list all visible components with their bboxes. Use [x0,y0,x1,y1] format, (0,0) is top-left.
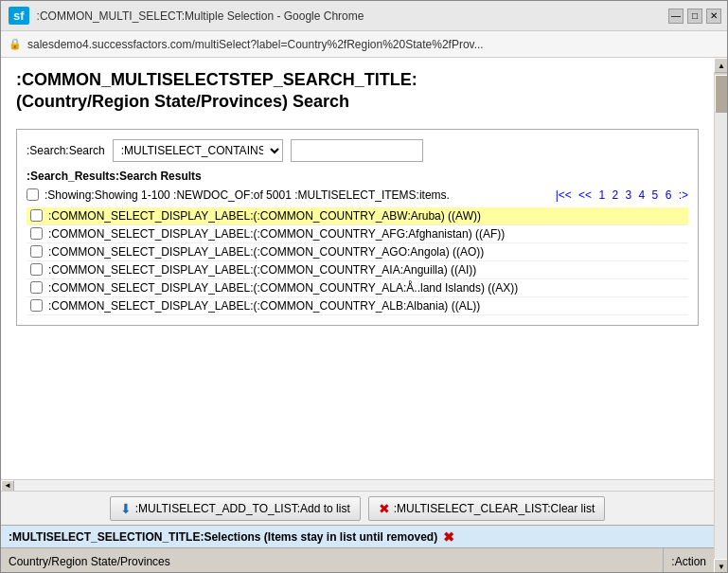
add-to-list-button[interactable]: ⬇ :MULTISELECT_ADD_TO_LIST:Add to list [110,496,361,521]
result-checkbox-angola[interactable] [30,245,43,258]
page-first-link[interactable]: |<< [556,188,572,202]
page-4[interactable]: 4 [639,188,646,202]
page-1[interactable]: 1 [598,188,605,202]
pagination[interactable]: |<< << 1 2 3 4 5 6 [556,188,688,202]
title-bar: sf :COMMON_MULTI_SELECT:Multiple Selecti… [1,1,728,31]
result-item: :COMMON_SELECT_DISPLAY_LABEL:(:COMMON_CO… [27,261,688,279]
result-checkbox-aruba[interactable] [30,209,43,222]
result-text-aland: :COMMON_SELECT_DISPLAY_LABEL:(:COMMON_CO… [48,281,518,295]
result-text-albania: :COMMON_SELECT_DISPLAY_LABEL:(:COMMON_CO… [48,299,480,313]
page-6[interactable]: 6 [666,188,672,202]
page-3[interactable]: 3 [626,188,632,202]
search-contains-select[interactable]: :MULTISELECT_CONTAINS:Contains [113,139,283,162]
status-text: Country/Region State/Provinces [1,555,663,568]
scroll-up-button[interactable]: ▲ [714,58,728,73]
address-text: salesdemo4.successfactors.com/multiSelec… [27,38,484,51]
add-icon: ⬇ [120,501,132,516]
result-item: :COMMON_SELECT_DISPLAY_LABEL:(:COMMON_CO… [27,243,688,261]
content-area: :COMMON_MULTISELECTSTEP_SEARCH_TITLE:(Co… [1,58,714,479]
status-bar: Country/Region State/Provinces :Action [1,547,714,573]
page-title: :COMMON_MULTISELECTSTEP_SEARCH_TITLE:(Co… [16,69,699,114]
search-label: :Search:Search [27,144,105,157]
page-prev-link[interactable]: << [578,188,592,202]
showing-text: :Showing:Showing 1-100 :NEWDOC_OF:of 500… [44,188,450,202]
scroll-down-button[interactable]: ▼ [714,559,728,573]
result-text-afghanistan: :COMMON_SELECT_DISPLAY_LABEL:(:COMMON_CO… [48,227,505,241]
close-button[interactable]: ✕ [706,9,721,24]
result-text-anguilla: :COMMON_SELECT_DISPLAY_LABEL:(:COMMON_CO… [48,263,476,277]
clear-label: :MULTISELECT_CLEAR_LIST:Clear list [394,502,595,515]
minimize-button[interactable]: — [668,9,684,24]
selections-bar: :MULTISELECT_SELECTION_TITLE:Selections … [1,525,714,547]
sf-logo: sf [9,7,29,25]
search-section: :Search:Search :MULTISELECT_CONTAINS:Con… [16,129,699,326]
buttons-row: ⬇ :MULTISELECT_ADD_TO_LIST:Add to list ✖… [1,491,714,525]
result-item: :COMMON_SELECT_DISPLAY_LABEL:(:COMMON_CO… [27,297,688,315]
result-text-angola: :COMMON_SELECT_DISPLAY_LABEL:(:COMMON_CO… [48,245,484,259]
showing-row: :Showing:Showing 1-100 :NEWDOC_OF:of 500… [27,188,688,202]
result-item: :COMMON_SELECT_DISPLAY_LABEL:(:COMMON_CO… [27,279,688,297]
result-text-aruba: :COMMON_SELECT_DISPLAY_LABEL:(:COMMON_CO… [48,209,481,223]
page-5[interactable]: 5 [652,188,659,202]
clear-icon: ✖ [379,501,390,516]
horizontal-scrollbar[interactable]: ◄ [1,479,714,491]
result-list: :COMMON_SELECT_DISPLAY_LABEL:(:COMMON_CO… [27,207,688,315]
result-checkbox-aland[interactable] [30,281,43,294]
page-2[interactable]: 2 [613,188,619,202]
search-row: :Search:Search :MULTISELECT_CONTAINS:Con… [27,139,688,162]
address-bar: 🔒 salesdemo4.successfactors.com/multiSel… [1,31,728,58]
maximize-button[interactable]: □ [687,9,702,24]
result-checkbox-anguilla[interactable] [30,263,43,276]
status-action: :Action [663,548,714,573]
clear-list-button[interactable]: ✖ :MULTISELECT_CLEAR_LIST:Clear list [368,496,606,521]
search-input[interactable] [291,139,423,162]
vertical-scrollbar[interactable]: ▲ ▼ [714,58,728,573]
scroll-thumb[interactable] [715,75,728,113]
selections-text: :MULTISELECT_SELECTION_TITLE:Selections … [9,530,437,544]
result-checkbox-albania[interactable] [30,299,43,312]
add-label: :MULTISELECT_ADD_TO_LIST:Add to list [135,502,350,515]
result-item: :COMMON_SELECT_DISPLAY_LABEL:(:COMMON_CO… [27,225,688,243]
select-all-checkbox[interactable] [27,188,39,201]
scroll-left-button[interactable]: ◄ [1,480,14,492]
remove-icon[interactable]: ✖ [443,529,454,545]
results-label: :Search_Results:Search Results [27,170,688,183]
window-title: :COMMON_MULTI_SELECT:Multiple Selection … [37,9,364,23]
result-item: :COMMON_SELECT_DISPLAY_LABEL:(:COMMON_CO… [27,207,688,225]
lock-icon: 🔒 [9,38,22,50]
page-next-link[interactable]: :> [679,188,688,202]
window-controls[interactable]: — □ ✕ [668,9,721,24]
result-checkbox-afghanistan[interactable] [30,227,43,240]
